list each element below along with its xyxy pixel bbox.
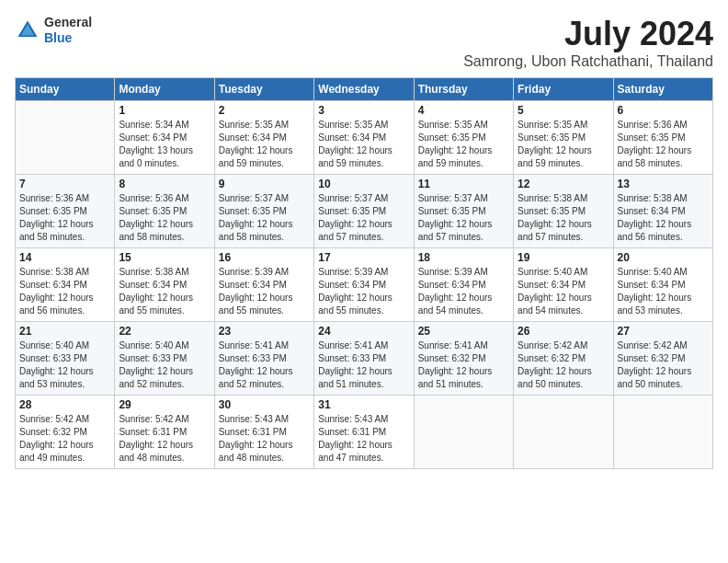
day-info: Sunrise: 5:35 AMSunset: 6:34 PMDaylight:… (318, 119, 409, 170)
day-info: Sunrise: 5:40 AMSunset: 6:34 PMDaylight:… (518, 266, 609, 317)
day-info: Sunrise: 5:41 AMSunset: 6:33 PMDaylight:… (219, 339, 310, 391)
day-info: Sunrise: 5:42 AMSunset: 6:31 PMDaylight:… (119, 413, 210, 465)
day-number: 6 (618, 104, 709, 117)
week-row-5: 28Sunrise: 5:42 AMSunset: 6:32 PMDayligh… (16, 396, 713, 469)
day-number: 5 (518, 104, 609, 117)
logo-text: General Blue (44, 15, 92, 46)
day-cell: 25Sunrise: 5:41 AMSunset: 6:32 PMDayligh… (414, 322, 513, 396)
day-info: Sunrise: 5:34 AMSunset: 6:34 PMDaylight:… (119, 119, 210, 170)
day-info: Sunrise: 5:41 AMSunset: 6:32 PMDaylight:… (418, 339, 509, 391)
day-info: Sunrise: 5:38 AMSunset: 6:34 PMDaylight:… (618, 192, 709, 244)
calendar-subtitle: Samrong, Ubon Ratchathani, Thailand (463, 53, 713, 70)
calendar-table: SundayMondayTuesdayWednesdayThursdayFrid… (15, 77, 713, 469)
day-cell: 21Sunrise: 5:40 AMSunset: 6:33 PMDayligh… (16, 322, 115, 396)
column-header-sunday: Sunday (16, 78, 115, 101)
day-number: 14 (19, 251, 110, 264)
day-cell (16, 101, 115, 175)
day-info: Sunrise: 5:40 AMSunset: 6:34 PMDaylight:… (618, 266, 709, 317)
day-cell: 31Sunrise: 5:43 AMSunset: 6:31 PMDayligh… (314, 396, 414, 469)
day-number: 9 (219, 178, 310, 190)
day-cell: 28Sunrise: 5:42 AMSunset: 6:32 PMDayligh… (16, 396, 115, 469)
day-info: Sunrise: 5:41 AMSunset: 6:33 PMDaylight:… (318, 339, 409, 391)
day-cell: 30Sunrise: 5:43 AMSunset: 6:31 PMDayligh… (214, 396, 313, 469)
day-number: 23 (219, 325, 310, 338)
day-number: 1 (119, 104, 210, 117)
day-number: 12 (518, 178, 609, 190)
logo: General Blue (15, 15, 92, 46)
day-cell: 10Sunrise: 5:37 AMSunset: 6:35 PMDayligh… (314, 175, 414, 248)
column-header-wednesday: Wednesday (314, 78, 414, 101)
day-cell (514, 396, 613, 469)
day-info: Sunrise: 5:42 AMSunset: 6:32 PMDaylight:… (518, 339, 609, 391)
day-number: 18 (418, 251, 509, 264)
day-number: 28 (19, 398, 110, 411)
header-row: SundayMondayTuesdayWednesdayThursdayFrid… (16, 78, 713, 101)
logo-general-text: General (44, 15, 92, 30)
day-cell: 23Sunrise: 5:41 AMSunset: 6:33 PMDayligh… (214, 322, 313, 396)
day-number: 13 (618, 178, 709, 190)
day-info: Sunrise: 5:37 AMSunset: 6:35 PMDaylight:… (219, 192, 310, 244)
day-number: 11 (418, 178, 509, 190)
day-cell: 9Sunrise: 5:37 AMSunset: 6:35 PMDaylight… (214, 175, 313, 248)
week-row-4: 21Sunrise: 5:40 AMSunset: 6:33 PMDayligh… (16, 322, 713, 396)
day-cell: 15Sunrise: 5:38 AMSunset: 6:34 PMDayligh… (115, 248, 214, 322)
day-info: Sunrise: 5:38 AMSunset: 6:34 PMDaylight:… (19, 266, 110, 317)
column-header-monday: Monday (115, 78, 214, 101)
day-number: 4 (418, 104, 509, 117)
day-cell: 22Sunrise: 5:40 AMSunset: 6:33 PMDayligh… (115, 322, 214, 396)
title-block: July 2024 Samrong, Ubon Ratchathani, Tha… (463, 15, 713, 70)
day-cell (613, 396, 712, 469)
day-info: Sunrise: 5:35 AMSunset: 6:34 PMDaylight:… (219, 119, 310, 170)
column-header-saturday: Saturday (613, 78, 712, 101)
column-header-tuesday: Tuesday (214, 78, 313, 101)
day-number: 15 (119, 251, 210, 264)
day-number: 31 (318, 398, 409, 411)
day-cell: 8Sunrise: 5:36 AMSunset: 6:35 PMDaylight… (115, 175, 214, 248)
logo-icon (15, 17, 40, 43)
day-cell: 13Sunrise: 5:38 AMSunset: 6:34 PMDayligh… (613, 175, 712, 248)
day-info: Sunrise: 5:38 AMSunset: 6:35 PMDaylight:… (518, 192, 609, 244)
day-number: 3 (318, 104, 409, 117)
day-number: 20 (618, 251, 709, 264)
day-info: Sunrise: 5:36 AMSunset: 6:35 PMDaylight:… (19, 192, 110, 244)
day-number: 17 (318, 251, 409, 264)
column-header-thursday: Thursday (414, 78, 513, 101)
day-cell: 3Sunrise: 5:35 AMSunset: 6:34 PMDaylight… (314, 101, 414, 175)
column-header-friday: Friday (514, 78, 613, 101)
day-cell: 12Sunrise: 5:38 AMSunset: 6:35 PMDayligh… (514, 175, 613, 248)
week-row-1: 1Sunrise: 5:34 AMSunset: 6:34 PMDaylight… (16, 101, 713, 175)
day-cell: 7Sunrise: 5:36 AMSunset: 6:35 PMDaylight… (16, 175, 115, 248)
day-cell: 29Sunrise: 5:42 AMSunset: 6:31 PMDayligh… (115, 396, 214, 469)
day-info: Sunrise: 5:37 AMSunset: 6:35 PMDaylight:… (418, 192, 509, 244)
day-number: 27 (618, 325, 709, 338)
page-header: General Blue July 2024 Samrong, Ubon Rat… (15, 15, 713, 70)
day-info: Sunrise: 5:39 AMSunset: 6:34 PMDaylight:… (418, 266, 509, 317)
day-number: 8 (119, 178, 210, 190)
day-number: 26 (518, 325, 609, 338)
day-info: Sunrise: 5:37 AMSunset: 6:35 PMDaylight:… (318, 192, 409, 244)
day-info: Sunrise: 5:40 AMSunset: 6:33 PMDaylight:… (119, 339, 210, 391)
day-info: Sunrise: 5:36 AMSunset: 6:35 PMDaylight:… (119, 192, 210, 244)
day-cell: 27Sunrise: 5:42 AMSunset: 6:32 PMDayligh… (613, 322, 712, 396)
day-info: Sunrise: 5:35 AMSunset: 6:35 PMDaylight:… (418, 119, 509, 170)
day-cell: 24Sunrise: 5:41 AMSunset: 6:33 PMDayligh… (314, 322, 414, 396)
day-cell: 26Sunrise: 5:42 AMSunset: 6:32 PMDayligh… (514, 322, 613, 396)
week-row-3: 14Sunrise: 5:38 AMSunset: 6:34 PMDayligh… (16, 248, 713, 322)
day-number: 30 (219, 398, 310, 411)
day-cell: 11Sunrise: 5:37 AMSunset: 6:35 PMDayligh… (414, 175, 513, 248)
week-row-2: 7Sunrise: 5:36 AMSunset: 6:35 PMDaylight… (16, 175, 713, 248)
day-info: Sunrise: 5:43 AMSunset: 6:31 PMDaylight:… (219, 413, 310, 465)
day-number: 25 (418, 325, 509, 338)
day-number: 2 (219, 104, 310, 117)
logo-blue-text: Blue (44, 30, 92, 46)
day-number: 10 (318, 178, 409, 190)
day-cell: 16Sunrise: 5:39 AMSunset: 6:34 PMDayligh… (214, 248, 313, 322)
day-cell (414, 396, 513, 469)
day-number: 16 (219, 251, 310, 264)
day-info: Sunrise: 5:39 AMSunset: 6:34 PMDaylight:… (219, 266, 310, 317)
day-cell: 4Sunrise: 5:35 AMSunset: 6:35 PMDaylight… (414, 101, 513, 175)
day-cell: 18Sunrise: 5:39 AMSunset: 6:34 PMDayligh… (414, 248, 513, 322)
day-info: Sunrise: 5:43 AMSunset: 6:31 PMDaylight:… (318, 413, 409, 465)
day-cell: 1Sunrise: 5:34 AMSunset: 6:34 PMDaylight… (115, 101, 214, 175)
day-info: Sunrise: 5:42 AMSunset: 6:32 PMDaylight:… (19, 413, 110, 465)
